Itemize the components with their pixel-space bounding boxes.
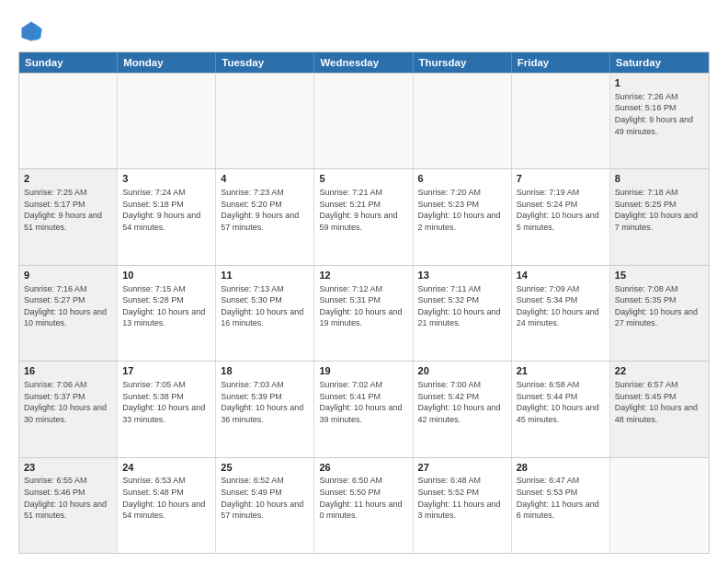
day-number: 10 [122, 269, 210, 282]
day-info: Sunrise: 6:48 AM Sunset: 5:52 PM Dayligh… [418, 475, 506, 521]
calendar-cell: 1Sunrise: 7:26 AM Sunset: 5:16 PM Daylig… [610, 74, 709, 168]
calendar-cell: 8Sunrise: 7:18 AM Sunset: 5:25 PM Daylig… [610, 169, 709, 264]
calendar-cell: 16Sunrise: 7:06 AM Sunset: 5:37 PM Dayli… [19, 362, 118, 456]
calendar-week-5: 23Sunrise: 6:55 AM Sunset: 5:46 PM Dayli… [19, 457, 709, 553]
day-number: 1 [615, 76, 704, 90]
calendar-cell: 10Sunrise: 7:15 AM Sunset: 5:28 PM Dayli… [118, 266, 216, 361]
day-number: 14 [517, 269, 605, 282]
calendar-cell: 23Sunrise: 6:55 AM Sunset: 5:46 PM Dayli… [19, 458, 118, 553]
day-number: 15 [615, 269, 704, 282]
day-info: Sunrise: 7:21 AM Sunset: 5:21 PM Dayligh… [319, 187, 407, 233]
day-info: Sunrise: 6:57 AM Sunset: 5:45 PM Dayligh… [615, 379, 704, 425]
calendar-cell [512, 74, 610, 168]
calendar-week-2: 2Sunrise: 7:25 AM Sunset: 5:17 PM Daylig… [19, 168, 709, 264]
day-info: Sunrise: 6:58 AM Sunset: 5:44 PM Dayligh… [517, 379, 605, 425]
day-number: 5 [319, 172, 407, 186]
day-info: Sunrise: 7:23 AM Sunset: 5:20 PM Dayligh… [221, 187, 309, 233]
day-info: Sunrise: 7:15 AM Sunset: 5:28 PM Dayligh… [122, 283, 210, 329]
day-info: Sunrise: 7:19 AM Sunset: 5:24 PM Dayligh… [517, 187, 605, 233]
calendar-cell: 18Sunrise: 7:03 AM Sunset: 5:39 PM Dayli… [216, 362, 314, 456]
day-info: Sunrise: 7:03 AM Sunset: 5:39 PM Dayligh… [221, 379, 309, 425]
day-number: 11 [221, 269, 309, 282]
calendar-cell: 24Sunrise: 6:53 AM Sunset: 5:48 PM Dayli… [118, 458, 216, 553]
calendar-cell [414, 74, 512, 168]
calendar-cell [216, 74, 314, 168]
day-number: 17 [122, 364, 210, 378]
calendar-cell: 28Sunrise: 6:47 AM Sunset: 5:53 PM Dayli… [512, 458, 610, 553]
logo [18, 18, 46, 44]
page: SundayMondayTuesdayWednesdayThursdayFrid… [0, 0, 728, 563]
calendar-cell: 15Sunrise: 7:08 AM Sunset: 5:35 PM Dayli… [610, 266, 709, 361]
calendar-cell [118, 74, 216, 168]
day-number: 20 [418, 364, 506, 378]
day-number: 23 [24, 461, 112, 475]
day-number: 16 [24, 364, 112, 378]
calendar-body: 1Sunrise: 7:26 AM Sunset: 5:16 PM Daylig… [19, 73, 709, 553]
calendar-cell: 7Sunrise: 7:19 AM Sunset: 5:24 PM Daylig… [512, 169, 610, 264]
calendar-weekday-saturday: Saturday [610, 52, 709, 73]
day-number: 27 [418, 461, 506, 475]
calendar-weekday-monday: Monday [118, 52, 216, 73]
day-number: 3 [122, 172, 210, 186]
calendar-cell: 25Sunrise: 6:52 AM Sunset: 5:49 PM Dayli… [216, 458, 314, 553]
calendar-cell [610, 458, 709, 553]
day-info: Sunrise: 7:20 AM Sunset: 5:23 PM Dayligh… [418, 187, 506, 233]
calendar-cell: 20Sunrise: 7:00 AM Sunset: 5:42 PM Dayli… [414, 362, 512, 456]
day-info: Sunrise: 7:24 AM Sunset: 5:18 PM Dayligh… [122, 187, 210, 233]
day-info: Sunrise: 7:05 AM Sunset: 5:38 PM Dayligh… [122, 379, 210, 425]
calendar-week-3: 9Sunrise: 7:16 AM Sunset: 5:27 PM Daylig… [19, 265, 709, 361]
calendar-weekday-wednesday: Wednesday [314, 52, 413, 73]
day-info: Sunrise: 6:53 AM Sunset: 5:48 PM Dayligh… [122, 475, 210, 521]
day-number: 22 [615, 364, 704, 378]
svg-marker-1 [35, 23, 43, 40]
day-info: Sunrise: 7:25 AM Sunset: 5:17 PM Dayligh… [24, 187, 112, 233]
day-info: Sunrise: 7:09 AM Sunset: 5:34 PM Dayligh… [517, 283, 605, 329]
day-info: Sunrise: 6:47 AM Sunset: 5:53 PM Dayligh… [517, 475, 605, 521]
calendar-cell: 14Sunrise: 7:09 AM Sunset: 5:34 PM Dayli… [512, 266, 610, 361]
day-number: 9 [24, 269, 112, 282]
calendar-cell: 13Sunrise: 7:11 AM Sunset: 5:32 PM Dayli… [414, 266, 512, 361]
day-info: Sunrise: 6:52 AM Sunset: 5:49 PM Dayligh… [221, 475, 309, 521]
calendar-cell: 2Sunrise: 7:25 AM Sunset: 5:17 PM Daylig… [19, 169, 118, 264]
day-number: 19 [319, 364, 407, 378]
calendar-cell [314, 74, 413, 168]
calendar-header: SundayMondayTuesdayWednesdayThursdayFrid… [19, 52, 709, 73]
day-info: Sunrise: 7:08 AM Sunset: 5:35 PM Dayligh… [615, 283, 704, 329]
day-info: Sunrise: 6:50 AM Sunset: 5:50 PM Dayligh… [319, 475, 407, 521]
day-number: 18 [221, 364, 309, 378]
day-number: 13 [418, 269, 506, 282]
day-info: Sunrise: 7:00 AM Sunset: 5:42 PM Dayligh… [418, 379, 506, 425]
day-number: 8 [615, 172, 704, 186]
day-number: 2 [24, 172, 112, 186]
day-number: 4 [221, 172, 309, 186]
logo-icon [18, 18, 44, 44]
day-number: 24 [122, 461, 210, 475]
day-number: 25 [221, 461, 309, 475]
day-info: Sunrise: 7:16 AM Sunset: 5:27 PM Dayligh… [24, 283, 112, 329]
calendar-cell: 9Sunrise: 7:16 AM Sunset: 5:27 PM Daylig… [19, 266, 118, 361]
calendar-week-4: 16Sunrise: 7:06 AM Sunset: 5:37 PM Dayli… [19, 361, 709, 456]
calendar-cell: 21Sunrise: 6:58 AM Sunset: 5:44 PM Dayli… [512, 362, 610, 456]
day-info: Sunrise: 7:26 AM Sunset: 5:16 PM Dayligh… [615, 91, 704, 137]
calendar-cell: 12Sunrise: 7:12 AM Sunset: 5:31 PM Dayli… [314, 266, 413, 361]
day-info: Sunrise: 7:12 AM Sunset: 5:31 PM Dayligh… [319, 283, 407, 329]
calendar: SundayMondayTuesdayWednesdayThursdayFrid… [18, 52, 710, 554]
day-number: 12 [319, 269, 407, 282]
calendar-cell: 4Sunrise: 7:23 AM Sunset: 5:20 PM Daylig… [216, 169, 314, 264]
calendar-cell [19, 74, 118, 168]
calendar-cell: 6Sunrise: 7:20 AM Sunset: 5:23 PM Daylig… [414, 169, 512, 264]
calendar-cell: 19Sunrise: 7:02 AM Sunset: 5:41 PM Dayli… [314, 362, 413, 456]
day-number: 6 [418, 172, 506, 186]
calendar-cell: 22Sunrise: 6:57 AM Sunset: 5:45 PM Dayli… [610, 362, 709, 456]
calendar-weekday-thursday: Thursday [414, 52, 512, 73]
header [18, 15, 710, 44]
calendar-cell: 3Sunrise: 7:24 AM Sunset: 5:18 PM Daylig… [118, 169, 216, 264]
day-info: Sunrise: 7:18 AM Sunset: 5:25 PM Dayligh… [615, 187, 704, 233]
day-number: 7 [517, 172, 605, 186]
day-info: Sunrise: 7:02 AM Sunset: 5:41 PM Dayligh… [319, 379, 407, 425]
day-number: 21 [517, 364, 605, 378]
calendar-week-1: 1Sunrise: 7:26 AM Sunset: 5:16 PM Daylig… [19, 73, 709, 168]
day-info: Sunrise: 6:55 AM Sunset: 5:46 PM Dayligh… [24, 475, 112, 521]
calendar-cell: 17Sunrise: 7:05 AM Sunset: 5:38 PM Dayli… [118, 362, 216, 456]
day-number: 26 [319, 461, 407, 475]
